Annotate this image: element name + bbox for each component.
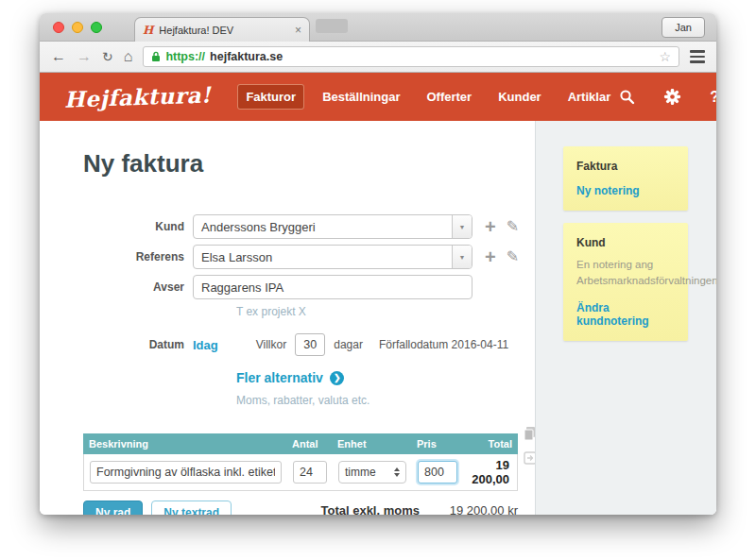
search-icon[interactable] — [619, 89, 635, 105]
nav-item-bestallningar[interactable]: Beställningar — [314, 84, 408, 110]
invoice-rows-table: Beskrivning Antal Enhet Pris Total timme — [83, 433, 518, 491]
forfallodatum-text: Förfallodatum 2016-04-11 — [379, 338, 508, 351]
invoice-form-area: Ny faktura Kund Anderssons Bryggeri ▼ + … — [40, 121, 535, 515]
forward-icon[interactable]: → — [77, 49, 92, 64]
antal-input[interactable] — [293, 461, 327, 484]
faktura-note-title: Faktura — [576, 160, 675, 173]
nav-item-offerter[interactable]: Offerter — [418, 84, 480, 110]
header-antal: Antal — [292, 438, 326, 450]
kund-note-body: En notering ang Arbetsmarknadsförvaltnin… — [576, 257, 675, 290]
tab-close-icon[interactable]: × — [295, 25, 301, 36]
referens-row: Referens Elsa Larsson ▼ + ✎ — [83, 245, 535, 269]
avser-row: Avser — [83, 275, 535, 299]
edit-customer-icon[interactable]: ✎ — [507, 219, 519, 234]
more-options-row: Fler alternativ ❯ — [236, 370, 535, 385]
row-total: 19 200,00 — [469, 458, 511, 486]
minimize-window-button[interactable] — [72, 22, 83, 33]
datum-label: Datum — [83, 338, 184, 351]
more-options-link[interactable]: Fler alternativ — [236, 370, 323, 385]
beskrivning-input[interactable] — [90, 461, 282, 484]
tab-title: Hejfaktura! DEV — [159, 25, 289, 36]
home-icon[interactable]: ⌂ — [124, 49, 133, 64]
referens-combobox[interactable]: Elsa Larsson ▼ — [193, 245, 472, 269]
browser-toolbar: ← → ↻ ⌂ https://hejfaktura.se ☆ — [40, 42, 716, 73]
site-favicon-icon: H — [143, 25, 153, 36]
enhet-value: timme — [345, 466, 376, 479]
pris-input[interactable] — [418, 461, 457, 484]
avser-label: Avser — [83, 280, 184, 294]
totals-block: Total exkl. moms 19 200,00 kr Moms 25 % … — [272, 501, 518, 515]
help-icon[interactable]: ? — [710, 89, 716, 106]
referens-label: Referens — [83, 250, 184, 263]
kund-note-title: Kund — [576, 236, 675, 249]
idag-link[interactable]: Idag — [193, 338, 218, 352]
table-header: Beskrivning Antal Enhet Pris Total — [83, 433, 518, 454]
new-textrow-button[interactable]: Ny textrad — [151, 501, 232, 515]
nav-item-artiklar[interactable]: Artiklar — [559, 84, 620, 110]
enhet-select[interactable]: timme — [338, 461, 406, 484]
close-window-button[interactable] — [53, 22, 64, 33]
bookmark-star-icon[interactable]: ☆ — [659, 49, 671, 64]
header-pris: Pris — [417, 438, 456, 450]
gear-icon[interactable] — [663, 88, 681, 106]
https-padlock-icon — [151, 51, 161, 62]
edit-customer-note-link[interactable]: Ändra kundnotering — [576, 301, 675, 328]
page-title: Ny faktura — [83, 149, 535, 178]
avser-input[interactable] — [193, 275, 472, 299]
kund-value: Anderssons Bryggeri — [194, 220, 452, 234]
new-tab-button[interactable] — [316, 19, 348, 33]
browser-profile-button[interactable]: Jan — [662, 17, 705, 38]
url-scheme: https:// — [165, 50, 205, 63]
kund-note: Kund En notering ang Arbetsmarknadsförva… — [563, 223, 688, 341]
total-excl-moms-row: Total exkl. moms 19 200,00 kr — [272, 501, 518, 515]
table-row: timme 19 200,00 — [83, 454, 518, 491]
page-content: Ny faktura Kund Anderssons Bryggeri ▼ + … — [40, 121, 716, 515]
add-reference-icon[interactable]: + — [485, 247, 496, 266]
reload-icon[interactable]: ↻ — [102, 50, 113, 63]
nav-item-kunder[interactable]: Kunder — [490, 84, 550, 110]
header-beskrivning: Beskrivning — [89, 438, 281, 450]
kund-row: Kund Anderssons Bryggeri ▼ + ✎ — [83, 214, 535, 239]
faktura-note: Faktura Ny notering — [563, 146, 688, 211]
datum-row: Datum Idag Villkor dagar Förfallodatum 2… — [83, 333, 535, 356]
actions-row: Ny rad Ny textrad Total exkl. moms 19 20… — [83, 501, 518, 515]
avser-hint: T ex projekt X — [236, 305, 535, 318]
new-row-button[interactable]: Ny rad — [83, 501, 143, 515]
navbar-icon-group: ? — [619, 88, 716, 106]
more-options-hint: Moms, rabatter, valuta etc. — [236, 394, 535, 407]
edit-reference-icon[interactable]: ✎ — [507, 249, 519, 264]
app-navbar: Hejfaktura! Fakturor Beställningar Offer… — [40, 73, 716, 121]
chevron-right-circle-icon[interactable]: ❯ — [330, 371, 344, 385]
browser-window: H Hejfaktura! DEV × Jan ← → ↻ ⌂ https://… — [40, 13, 716, 515]
header-total: Total — [468, 438, 512, 450]
notes-sidebar: Faktura Ny notering Kund En notering ang… — [535, 121, 716, 515]
chevron-down-icon[interactable]: ▼ — [452, 246, 472, 268]
kund-combobox[interactable]: Anderssons Bryggeri ▼ — [193, 214, 472, 239]
browser-tab-strip: H Hejfaktura! DEV × Jan — [40, 13, 716, 42]
new-note-link[interactable]: Ny notering — [576, 184, 675, 197]
header-enhet: Enhet — [337, 438, 405, 450]
villkor-label: Villkor — [256, 338, 286, 351]
url-host: hejfaktura.se — [210, 50, 654, 63]
main-navigation: Fakturor Beställningar Offerter Kunder A… — [237, 84, 619, 110]
nav-item-fakturor[interactable]: Fakturor — [237, 84, 304, 110]
dagar-label: dagar — [334, 338, 363, 351]
browser-tab[interactable]: H Hejfaktura! DEV × — [134, 17, 310, 42]
browser-menu-icon[interactable] — [690, 50, 705, 63]
referens-value: Elsa Larsson — [194, 250, 452, 264]
desktop-background: H Hejfaktura! DEV × Jan ← → ↻ ⌂ https://… — [0, 0, 756, 560]
add-customer-icon[interactable]: + — [485, 217, 496, 236]
villkor-input[interactable] — [295, 333, 325, 356]
chevron-down-icon[interactable]: ▼ — [452, 215, 472, 238]
zoom-window-button[interactable] — [91, 22, 102, 33]
app-logo[interactable]: Hejfaktura! — [64, 81, 212, 111]
total-excl-moms-value: 19 200,00 kr — [420, 503, 518, 516]
window-controls — [53, 22, 102, 33]
address-bar[interactable]: https://hejfaktura.se ☆ — [143, 46, 679, 67]
total-excl-moms-label: Total exkl. moms — [272, 503, 420, 516]
kund-label: Kund — [83, 220, 184, 233]
back-icon[interactable]: ← — [51, 49, 66, 64]
select-arrows-icon — [394, 467, 400, 477]
invoice-form: Kund Anderssons Bryggeri ▼ + ✎ Referens … — [83, 214, 535, 407]
